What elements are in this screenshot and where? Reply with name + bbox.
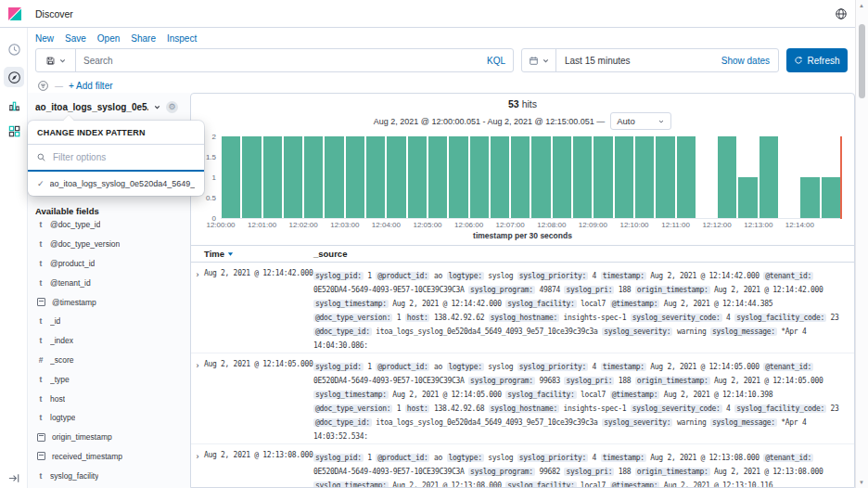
scrollbar-thumb[interactable] <box>859 24 865 98</box>
field-item[interactable]: thost <box>35 389 186 408</box>
histogram-bar[interactable] <box>346 136 364 218</box>
expand-chevron-icon[interactable]: › <box>191 269 204 353</box>
index-pattern-selector[interactable]: ao_itoa_logs_syslog_0e5... ⚙ <box>35 96 190 118</box>
expand-chevron-icon[interactable]: › <box>191 360 204 443</box>
filter-options-input[interactable] <box>51 151 196 163</box>
string-field-icon: t <box>35 220 46 229</box>
field-item[interactable]: @timestamp <box>35 292 186 312</box>
expand-chevron-icon[interactable]: › <box>191 451 204 488</box>
kibana-logo-icon[interactable] <box>7 6 22 21</box>
source-field-name: syslog_facility: <box>505 300 576 308</box>
show-dates-link[interactable]: Show dates <box>721 56 778 66</box>
add-filter-button[interactable]: + Add filter <box>69 81 113 91</box>
histogram-bar[interactable] <box>760 136 778 218</box>
source-field-name: host: <box>405 405 430 413</box>
histogram-bar[interactable] <box>656 136 674 218</box>
histogram-bucket <box>759 136 779 218</box>
field-item[interactable]: #_score <box>35 351 186 370</box>
histogram-bar[interactable] <box>325 136 343 218</box>
histogram-bar[interactable] <box>491 136 509 218</box>
histogram-bar[interactable] <box>800 177 819 218</box>
query-language-button[interactable]: KQL <box>479 56 513 66</box>
menu-save[interactable]: Save <box>65 33 86 44</box>
field-name: _type <box>50 375 70 384</box>
menu-share[interactable]: Share <box>131 33 156 44</box>
histogram-bar[interactable] <box>677 136 696 218</box>
histogram-bar[interactable] <box>718 136 736 218</box>
histogram-bar[interactable] <box>366 136 385 218</box>
dashboard-grid-icon[interactable] <box>4 121 24 141</box>
refresh-button[interactable]: Refresh <box>786 48 848 72</box>
field-item[interactable]: origin_timestamp <box>35 428 186 447</box>
field-item[interactable]: t@product_id <box>35 254 186 274</box>
histogram-bar[interactable] <box>387 136 405 218</box>
source-field-name: syslog_priority: <box>517 363 588 371</box>
histogram-bar[interactable] <box>222 136 240 218</box>
field-item[interactable]: received_timestamp <box>35 447 186 467</box>
menu-inspect[interactable]: Inspect <box>167 33 197 44</box>
histogram-bar[interactable] <box>573 136 592 218</box>
time-range-value[interactable]: Last 15 minutes <box>556 56 721 66</box>
histogram-bar[interactable] <box>615 136 633 218</box>
interval-select[interactable]: Auto <box>610 112 671 130</box>
visualize-chart-icon[interactable] <box>4 95 24 115</box>
histogram-bar[interactable] <box>304 136 323 218</box>
histogram-bar[interactable] <box>738 177 757 218</box>
saved-query-menu-button[interactable] <box>36 49 76 71</box>
histogram-bar[interactable] <box>594 136 612 218</box>
histogram-bucket <box>241 136 262 218</box>
histogram-bar[interactable] <box>531 136 550 218</box>
histogram-bucket <box>779 136 799 218</box>
histogram-bar[interactable] <box>635 136 654 218</box>
histogram-bar[interactable] <box>511 136 530 218</box>
quick-select-menu-button[interactable] <box>522 49 556 71</box>
field-item[interactable]: t@doc_type_id <box>35 215 186 235</box>
scroll-up-icon[interactable]: ▲ <box>859 3 864 8</box>
filter-bar: — + Add filter <box>37 80 113 92</box>
histogram-bucket <box>283 136 303 218</box>
source-field-name: syslog_message: <box>710 327 777 336</box>
field-name: @doc_type_id <box>50 220 100 229</box>
x-tick-label: 12:12:00 <box>703 221 732 229</box>
help-globe-icon[interactable] <box>835 7 848 20</box>
field-item[interactable]: t_index <box>35 331 186 351</box>
index-pattern-option[interactable]: ✓ ao_itoa_logs_syslog_0e520da4_5649_... <box>28 172 204 196</box>
x-axis-title: timestamp per 30 seconds <box>191 231 854 240</box>
search-input[interactable] <box>76 56 479 66</box>
source-field-name: syslog_pri: <box>564 468 614 476</box>
histogram-bar[interactable] <box>428 136 447 218</box>
discover-compass-icon[interactable] <box>4 67 24 87</box>
source-field-name: logtype: <box>447 454 484 462</box>
source-field-name: host: <box>405 314 430 322</box>
x-tick-label: 12:02:00 <box>289 221 318 229</box>
source-field-name: timestamp: <box>601 272 646 280</box>
x-tick-label: 12:11:00 <box>661 221 690 229</box>
vertical-scrollbar[interactable]: ▲ ▼ <box>855 0 868 488</box>
field-item[interactable]: tlogtype <box>35 408 186 428</box>
field-item[interactable]: t@tenant_id <box>35 273 186 292</box>
y-tick-label: 2 <box>212 133 216 141</box>
histogram-bar[interactable] <box>263 136 282 218</box>
histogram-bar[interactable] <box>284 136 302 218</box>
field-item[interactable]: t_type <box>35 369 186 389</box>
dock-nav-icon[interactable] <box>4 468 24 488</box>
field-item[interactable]: t_id <box>35 312 186 331</box>
menu-new[interactable]: New <box>35 33 54 44</box>
histogram-bar[interactable] <box>408 136 427 218</box>
histogram-bar[interactable] <box>822 177 840 218</box>
y-tick-label: 0.5 <box>206 194 216 202</box>
option-label: ao_itoa_logs_syslog_0e520da4_5649_... <box>50 179 195 188</box>
histogram-bar[interactable] <box>553 136 571 218</box>
filter-circle-icon[interactable] <box>37 80 49 92</box>
menu-open[interactable]: Open <box>97 33 120 44</box>
scroll-down-icon[interactable]: ▼ <box>859 480 864 485</box>
histogram-bar[interactable] <box>449 136 467 218</box>
index-pattern-settings-icon[interactable]: ⚙ <box>166 101 178 113</box>
histogram-bar[interactable] <box>470 136 489 218</box>
field-item[interactable]: t@doc_type_version <box>35 235 186 254</box>
time-column-header[interactable]: Time <box>204 249 313 259</box>
row-source: syslog_pid: 1 @product_id: ao logtype: s… <box>313 451 854 488</box>
recent-clock-icon[interactable] <box>4 39 24 59</box>
histogram-bar[interactable] <box>242 136 261 218</box>
field-item[interactable]: tsyslog_facility <box>35 466 186 485</box>
